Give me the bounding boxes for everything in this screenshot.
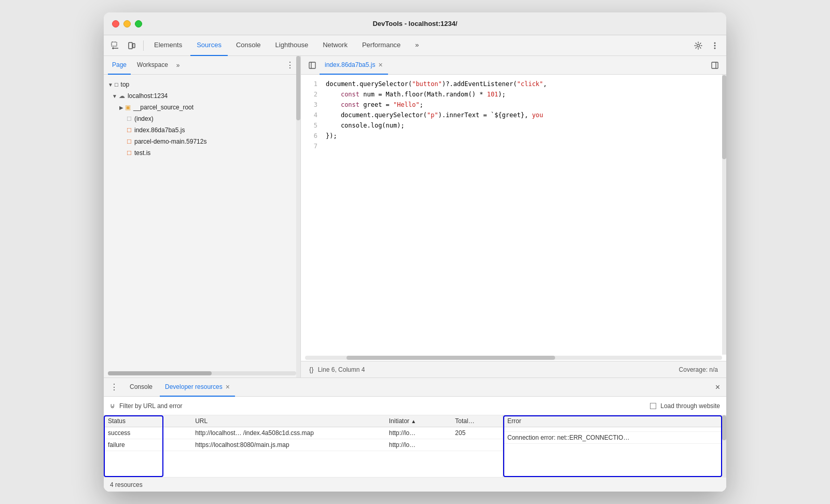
tab-page[interactable]: Page xyxy=(108,56,131,75)
bottom-right-vscroll[interactable] xyxy=(722,415,726,477)
editor-collapse-icon[interactable] xyxy=(708,58,722,73)
code-line-7: 7 xyxy=(301,141,726,151)
svg-rect-3 xyxy=(129,43,132,49)
code-line-5: 5 console.log(num); xyxy=(301,120,726,131)
resources-count-label: 4 resources xyxy=(110,481,143,488)
code-line-1: 1 document.querySelector("button")?.addE… xyxy=(301,79,726,89)
editor-tab-close[interactable]: × xyxy=(378,61,382,69)
tree-arrow-localhost: ▼ xyxy=(112,93,117,99)
tab-console[interactable]: Console xyxy=(230,35,267,56)
left-panel-tabs: Page Workspace » ⋮ xyxy=(104,56,300,75)
tree-item-index-js[interactable]: ☐ index.86da7ba5.js xyxy=(104,124,300,136)
code-hscroll-thumb xyxy=(347,356,555,360)
tab-more[interactable]: » xyxy=(409,35,425,56)
tab-performance[interactable]: Performance xyxy=(356,35,407,56)
editor-tabs: index.86da7ba5.js × xyxy=(301,56,726,75)
coverage-status: Coverage: n/a xyxy=(679,366,718,373)
filter-left: ⊍ Filter by URL and error xyxy=(110,402,183,410)
cell-initiator-1: http://lo… xyxy=(385,427,451,439)
cloud-icon: ☁ xyxy=(119,92,125,100)
tree-item-test[interactable]: ☐ test.is xyxy=(104,147,300,159)
editor-filename: index.86da7ba5.js xyxy=(325,61,375,68)
bottom-panel-close-icon[interactable]: × xyxy=(713,383,722,392)
bottom-right-vscroll-thumb xyxy=(722,415,726,440)
sidebar-toggle-icon[interactable] xyxy=(305,58,320,73)
kebab-menu-icon[interactable] xyxy=(708,38,722,53)
resources-count: 4 resources xyxy=(104,477,726,492)
maximize-button[interactable] xyxy=(135,20,142,27)
code-line-6: 6 }); xyxy=(301,131,726,141)
settings-icon[interactable] xyxy=(691,38,706,53)
window-title: DevTools - localhost:1234/ xyxy=(372,20,457,27)
error-table: Error Connection error: net::ERR_CONNECT… xyxy=(503,415,722,444)
devtools-window: DevTools - localhost:1234/ Elements xyxy=(104,12,726,492)
cell-url-2: https://localhost:8080/main.js.map xyxy=(191,439,385,451)
svg-point-5 xyxy=(697,44,700,47)
bottom-panel-menu-icon[interactable]: ⋮ xyxy=(108,382,120,392)
resources-table-left: Status URL Initiator▲ Total… xyxy=(104,415,503,477)
main-content: Page Workspace » ⋮ ▼ □ top xyxy=(104,56,726,377)
device-mode-icon[interactable] xyxy=(125,38,139,53)
cell-total-2 xyxy=(451,439,503,451)
tab-developer-resources[interactable]: Developer resources × xyxy=(160,378,235,397)
svg-rect-9 xyxy=(309,62,315,68)
tree-arrow-parcel: ▶ xyxy=(119,105,123,110)
tab-sources[interactable]: Sources xyxy=(190,35,228,56)
folder-icon-parcel: ▣ xyxy=(125,104,131,111)
editor-file-tab[interactable]: index.86da7ba5.js × xyxy=(320,56,388,75)
tab-elements[interactable]: Elements xyxy=(148,35,188,56)
table-row[interactable] xyxy=(503,427,722,432)
tab-workspace[interactable]: Workspace xyxy=(133,56,172,75)
left-panel-scrollbar-thumb xyxy=(108,371,212,375)
minimize-button[interactable] xyxy=(123,20,131,27)
error-table-container: Error Connection error: net::ERR_CONNECT… xyxy=(503,415,722,477)
tree-item-top[interactable]: ▼ □ top xyxy=(104,79,300,90)
traffic-lights xyxy=(112,20,142,27)
tree-item-index[interactable]: ☐ (index) xyxy=(104,113,300,124)
code-area[interactable]: 1 document.querySelector("button")?.addE… xyxy=(301,75,726,355)
table-row[interactable]: success http://localhost… /index.4a508c1… xyxy=(104,427,503,439)
table-area: Status URL Initiator▲ Total… xyxy=(104,415,726,477)
folder-icon-top: □ xyxy=(115,81,118,88)
right-panel: index.86da7ba5.js × 1 xyxy=(301,56,726,377)
file-icon-index-js: ☐ xyxy=(127,127,132,134)
filter-icon: ⊍ xyxy=(110,402,115,410)
filter-bar: ⊍ Filter by URL and error Load through w… xyxy=(104,397,726,415)
code-vscroll[interactable] xyxy=(722,75,726,355)
table-row[interactable]: failure https://localhost:8080/main.js.m… xyxy=(104,439,503,451)
file-tree: ▼ □ top ▼ ☁ localhost:1234 ▶ ▣ __parce xyxy=(104,75,300,369)
left-panel: Page Workspace » ⋮ ▼ □ top xyxy=(104,56,301,377)
tree-item-localhost[interactable]: ▼ ☁ localhost:1234 xyxy=(104,90,300,102)
svg-point-6 xyxy=(714,42,716,44)
left-vscroll-thumb xyxy=(296,56,300,120)
col-initiator[interactable]: Initiator▲ xyxy=(385,415,451,427)
table-row[interactable]: Connection error: net::ERR_CONNECTIO… xyxy=(503,432,722,444)
tree-item-parcel-demo[interactable]: ☐ parcel-demo-main.59712s xyxy=(104,136,300,147)
load-through-website-label: Load through website xyxy=(660,402,720,410)
close-button[interactable] xyxy=(112,20,119,27)
panel-options-icon[interactable]: ⋮ xyxy=(284,60,296,70)
cursor-position: Line 6, Column 4 xyxy=(318,366,365,373)
tree-item-parcel-root[interactable]: ▶ ▣ __parcel_source_root xyxy=(104,102,300,113)
cell-status-2: failure xyxy=(104,439,191,451)
devtools-body: Elements Sources Console Lighthouse Netw… xyxy=(104,35,726,492)
toolbar-divider-1 xyxy=(143,40,144,51)
left-panel-scrollbar[interactable] xyxy=(108,371,296,375)
col-total[interactable]: Total… xyxy=(451,415,503,427)
tab-console-bottom[interactable]: Console xyxy=(125,378,158,397)
code-line-4: 4 document.querySelector("p").innerText … xyxy=(301,110,726,120)
tab-network[interactable]: Network xyxy=(316,35,354,56)
load-through-website-checkbox[interactable] xyxy=(650,403,656,409)
status-bar: {} Line 6, Column 4 Coverage: n/a xyxy=(301,361,726,377)
tab-more-left[interactable]: » xyxy=(174,62,182,69)
code-hscroll[interactable] xyxy=(305,356,722,360)
col-url[interactable]: URL xyxy=(191,415,385,427)
developer-resources-close-icon[interactable]: × xyxy=(226,383,230,391)
file-icon-parcel-demo: ☐ xyxy=(127,138,132,145)
code-line-3: 3 const greet = "Hello"; xyxy=(301,100,726,110)
format-icon[interactable]: {} xyxy=(309,366,314,373)
left-vscroll[interactable] xyxy=(296,56,300,377)
inspect-icon[interactable] xyxy=(108,38,122,53)
cell-url-1: http://localhost… /index.4a508c1d.css.ma… xyxy=(191,427,385,439)
tab-lighthouse[interactable]: Lighthouse xyxy=(269,35,315,56)
